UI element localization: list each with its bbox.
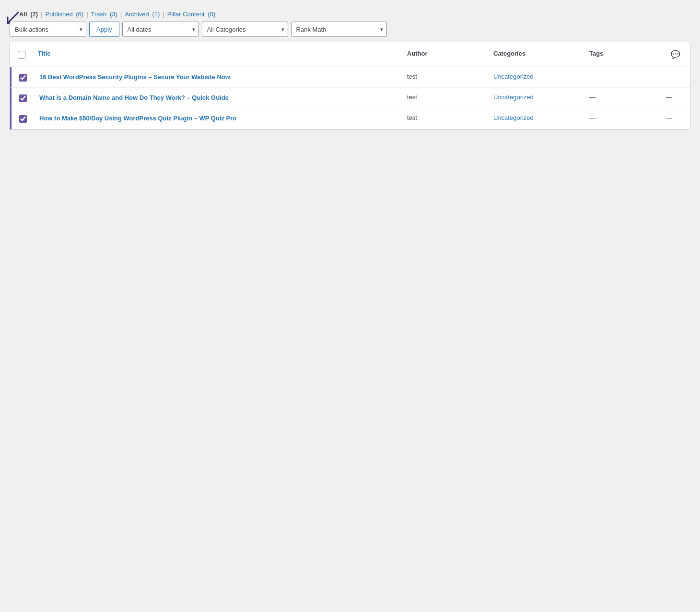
table-row: How to Make $50/Day Using WordPress Quiz… bbox=[10, 108, 690, 129]
row-1-comments-cell: — bbox=[661, 67, 690, 87]
row-1-author-cell: test bbox=[402, 67, 489, 87]
col-header-title[interactable]: Title bbox=[33, 46, 402, 63]
row-2-comments-cell: — bbox=[661, 88, 690, 108]
col-header-comments: 💬 bbox=[661, 46, 690, 63]
row-3-author-cell: test bbox=[402, 108, 489, 129]
row-1-tags-cell: — bbox=[584, 67, 661, 87]
row-2-category-cell[interactable]: Uncategorized bbox=[489, 88, 584, 108]
categories-wrapper: All Categories ▾ bbox=[202, 22, 288, 37]
filter-pillar[interactable]: Pillar Content (0) bbox=[167, 11, 216, 18]
categories-select[interactable]: All Categories bbox=[202, 22, 288, 37]
row-1-category-cell[interactable]: Uncategorized bbox=[489, 67, 584, 87]
table-row: What is a Domain Name and How Do They Wo… bbox=[10, 88, 690, 108]
row-2-checkbox[interactable] bbox=[19, 94, 27, 102]
row-3-tags-cell: — bbox=[584, 108, 661, 129]
row-2-checkbox-cell bbox=[12, 88, 35, 108]
row-1-checkbox-cell bbox=[12, 67, 35, 87]
col-header-tags: Tags bbox=[584, 46, 661, 63]
rank-math-select[interactable]: Rank Math bbox=[291, 22, 387, 37]
row-3-comments-cell: — bbox=[661, 108, 690, 129]
filter-archived[interactable]: Archived (1) bbox=[125, 11, 160, 18]
rank-math-wrapper: Rank Math ▾ bbox=[291, 22, 387, 37]
table-row: 16 Best WordPress Security Plugins – Sec… bbox=[10, 67, 690, 88]
row-3-title-link[interactable]: How to Make $50/Day Using WordPress Quiz… bbox=[39, 114, 397, 123]
filter-trash[interactable]: Trash (3) bbox=[91, 11, 117, 18]
row-1-title-cell: 16 Best WordPress Security Plugins – Sec… bbox=[35, 67, 402, 87]
filter-published[interactable]: Published (6) bbox=[46, 11, 84, 18]
toolbar: Bulk actions ▾ Apply All dates ▾ All Cat… bbox=[0, 18, 700, 42]
row-3-title-cell: How to Make $50/Day Using WordPress Quiz… bbox=[35, 108, 402, 129]
filter-links: All (7) | Published (6) | Trash (3) | Ar… bbox=[19, 11, 215, 18]
row-3-category-cell[interactable]: Uncategorized bbox=[489, 108, 584, 129]
dates-wrapper: All dates ▾ bbox=[122, 22, 199, 37]
dates-select[interactable]: All dates bbox=[122, 22, 199, 37]
comment-header-icon: 💬 bbox=[671, 50, 680, 59]
filter-links-row: All (7) | Published (6) | Trash (3) | Ar… bbox=[10, 8, 690, 18]
posts-table: Title Author Categories Tags 💬 16 Best W… bbox=[10, 42, 690, 130]
table-header: Title Author Categories Tags 💬 bbox=[10, 42, 690, 67]
row-1-title-link[interactable]: 16 Best WordPress Security Plugins – Sec… bbox=[39, 73, 397, 82]
col-header-categories: Categories bbox=[489, 46, 584, 63]
row-2-author-cell: test bbox=[402, 88, 489, 108]
bulk-actions-select[interactable]: Bulk actions bbox=[10, 22, 86, 37]
page-wrapper: All (7) | Published (6) | Trash (3) | Ar… bbox=[0, 0, 700, 612]
row-2-title-link[interactable]: What is a Domain Name and How Do They Wo… bbox=[39, 94, 397, 102]
select-all-wrapper bbox=[10, 46, 33, 63]
row-2-title-cell: What is a Domain Name and How Do They Wo… bbox=[35, 88, 402, 108]
col-header-author: Author bbox=[402, 46, 489, 63]
row-2-tags-cell: — bbox=[584, 88, 661, 108]
apply-button[interactable]: Apply bbox=[89, 22, 119, 37]
select-all-checkbox[interactable] bbox=[18, 51, 25, 59]
row-3-checkbox[interactable] bbox=[19, 115, 27, 123]
bulk-actions-wrapper: Bulk actions ▾ bbox=[10, 22, 86, 37]
row-1-checkbox[interactable] bbox=[19, 74, 27, 82]
row-3-checkbox-cell bbox=[12, 108, 35, 129]
